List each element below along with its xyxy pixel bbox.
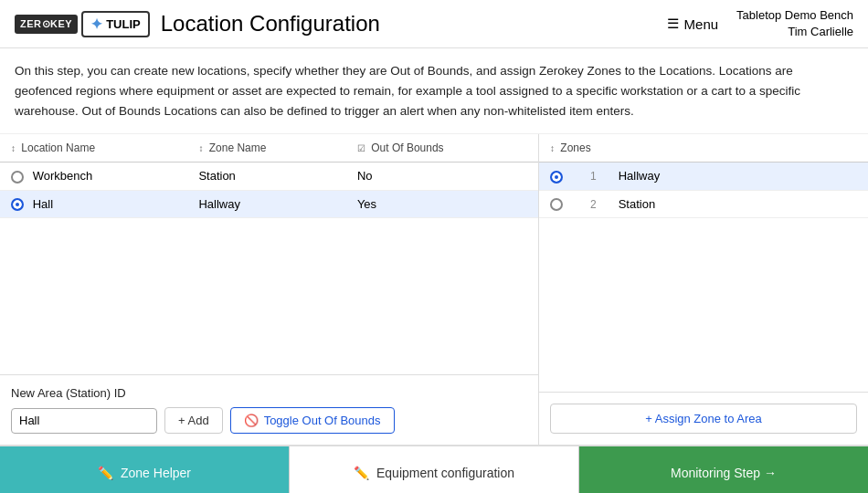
user-line2: Tim Carlielle: [736, 24, 853, 40]
page-title: Location Configuration: [161, 11, 667, 37]
pencil-icon: ✏️: [98, 466, 113, 480]
zone-name-cell: Station: [608, 190, 868, 218]
zone-helper-button[interactable]: ✏️ Zone Helper: [0, 446, 290, 493]
toggle-oob-button[interactable]: 🚫 Toggle Out Of Bounds: [230, 407, 395, 434]
zone-num-cell: 1: [579, 163, 608, 191]
input-area: New Area (Station) ID ✕ + Add 🚫 Toggle O…: [0, 374, 538, 445]
col-zones: ↕ Zones: [539, 134, 868, 163]
toggle-icon: 🚫: [244, 414, 259, 427]
zone-name-cell: Hallway: [608, 163, 868, 191]
right-panel: ↕ Zones 1 Hallway 2 Station + Assign Zon…: [539, 134, 868, 445]
zerokey-logo: ZER⊙KEY: [15, 15, 78, 34]
zones-table: ↕ Zones 1 Hallway 2 Station: [539, 134, 868, 218]
location-cell: Workbench: [0, 163, 187, 191]
oob-cell: Yes: [346, 190, 538, 218]
tulip-text: TULIP: [106, 17, 141, 31]
zone-radio[interactable]: [550, 171, 563, 184]
col-zone-name: ↕ Zone Name: [187, 134, 346, 163]
location-name: Workbench: [33, 169, 93, 183]
left-panel: ↕ Location Name ↕ Zone Name ☑ Out Of Bou…: [0, 134, 539, 445]
filter-icon: ☑: [357, 143, 365, 153]
row-radio[interactable]: [11, 198, 24, 211]
equipment-config-button[interactable]: ✏️ Equipment configuration: [290, 446, 579, 493]
table-row[interactable]: Workbench Station No: [0, 163, 538, 191]
equipment-icon: ✏️: [354, 466, 369, 480]
logo-group: ZER⊙KEY ✦ TULIP: [15, 11, 150, 37]
row-radio[interactable]: [11, 171, 24, 184]
footer: ✏️ Zone Helper ✏️ Equipment configuratio…: [0, 445, 868, 493]
monitoring-step-label: Monitoring Step →: [671, 466, 777, 480]
tulip-icon: ✦: [90, 16, 102, 33]
col-out-of-bounds: ☑ Out Of Bounds: [346, 134, 538, 163]
add-button[interactable]: + Add: [164, 407, 223, 434]
zone-radio-cell: [539, 190, 579, 218]
toggle-oob-label: Toggle Out Of Bounds: [264, 414, 381, 427]
table-row[interactable]: Hall Hallway Yes: [0, 190, 538, 218]
app-header: ZER⊙KEY ✦ TULIP Location Configuration ☰…: [0, 0, 868, 48]
monitoring-step-button[interactable]: Monitoring Step →: [579, 446, 868, 493]
new-area-label: New Area (Station) ID: [11, 386, 527, 400]
sort-icon3: ↕: [550, 143, 555, 153]
col-location-name: ↕ Location Name: [0, 134, 187, 163]
main-content: ↕ Location Name ↕ Zone Name ☑ Out Of Bou…: [0, 134, 868, 445]
location-cell: Hall: [0, 190, 187, 218]
zone-row[interactable]: 1 Hallway: [539, 163, 868, 191]
zone-row[interactable]: 2 Station: [539, 190, 868, 218]
assign-btn-wrap: + Assign Zone to Area: [539, 392, 868, 445]
assign-zone-button[interactable]: + Assign Zone to Area: [550, 404, 857, 434]
menu-button[interactable]: ☰ Menu: [667, 16, 719, 32]
description-text: On this step, you can create new locatio…: [0, 48, 868, 134]
oob-cell: No: [346, 163, 538, 191]
area-id-input-wrap[interactable]: ✕: [11, 408, 157, 434]
sort-icon: ↕: [11, 143, 16, 153]
tulip-logo: ✦ TULIP: [81, 11, 150, 37]
zone-radio-cell: [539, 163, 579, 191]
equipment-config-label: Equipment configuration: [376, 466, 514, 480]
assign-zone-label: + Assign Zone to Area: [645, 412, 762, 425]
sort-icon2: ↕: [198, 143, 203, 153]
zone-helper-label: Zone Helper: [121, 466, 191, 480]
user-line1: Tabletop Demo Bench: [736, 7, 853, 24]
zone-cell: Station: [187, 163, 346, 191]
zone-radio[interactable]: [550, 198, 563, 211]
zone-cell: Hallway: [187, 190, 346, 218]
add-button-label: + Add: [178, 414, 209, 427]
locations-table: ↕ Location Name ↕ Zone Name ☑ Out Of Bou…: [0, 134, 538, 218]
area-id-input[interactable]: [19, 414, 173, 427]
location-name: Hall: [33, 197, 53, 211]
user-info: Tabletop Demo Bench Tim Carlielle: [736, 7, 853, 40]
zone-num-cell: 2: [579, 190, 608, 218]
menu-label: Menu: [684, 16, 719, 32]
input-row: ✕ + Add 🚫 Toggle Out Of Bounds: [11, 407, 527, 434]
hamburger-icon: ☰: [667, 16, 679, 32]
